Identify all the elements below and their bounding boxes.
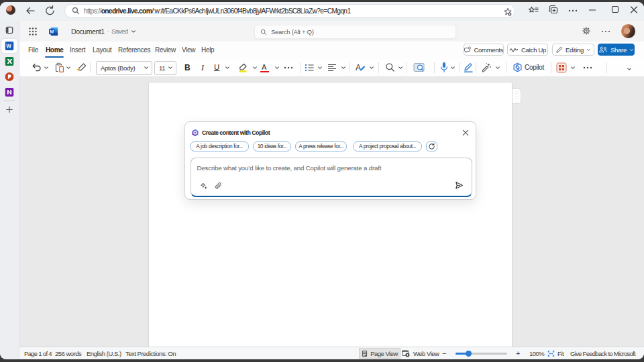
svg-text:A: A [356, 63, 361, 72]
